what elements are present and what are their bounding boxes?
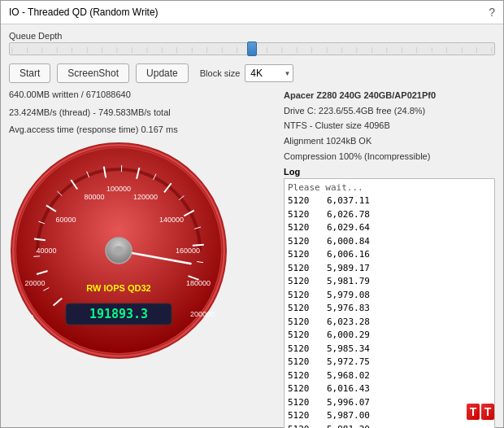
svg-line-32 bbox=[193, 244, 204, 245]
stats-access-time: Avg.access time (response time) 0.167 ms bbox=[9, 123, 277, 138]
log-row: 51206,026.78 bbox=[288, 208, 491, 222]
log-queue: 5120 bbox=[288, 208, 320, 222]
svg-text:160000: 160000 bbox=[176, 247, 200, 255]
start-button[interactable]: Start bbox=[9, 63, 50, 83]
controls-row: Start ScreenShot Update Block size 4K 51… bbox=[9, 63, 495, 83]
log-row: 51205,985.34 bbox=[288, 343, 491, 356]
log-iops: 5,996.07 bbox=[327, 396, 370, 410]
log-iops: 5,968.02 bbox=[327, 369, 370, 383]
device-compression: Compression 100% (Incompressible) bbox=[284, 149, 495, 164]
log-queue: 5120 bbox=[288, 329, 320, 343]
log-queue: 5120 bbox=[288, 396, 320, 410]
log-row: 51206,023.28 bbox=[288, 316, 491, 330]
log-queue: 5120 bbox=[288, 275, 320, 289]
svg-point-38 bbox=[114, 246, 124, 255]
log-queue: 5120 bbox=[288, 248, 320, 262]
block-size-select[interactable]: 4K 512B 1K 2K 8K 16K 32K 64K bbox=[245, 64, 293, 82]
svg-text:20000: 20000 bbox=[24, 279, 45, 287]
log-iops: 5,981.79 bbox=[327, 275, 370, 289]
log-row: 51205,996.07 bbox=[288, 396, 491, 410]
log-queue: 5120 bbox=[288, 409, 320, 423]
svg-text:100000: 100000 bbox=[106, 185, 131, 193]
queue-depth-section: Queue Depth ||||||||||||||||||||||||||||… bbox=[9, 31, 495, 55]
window-title: IO - Threaded QD (Random Write) bbox=[9, 7, 159, 18]
left-panel: 640.00MB written / 671088640 23.424MB/s … bbox=[9, 88, 277, 428]
queue-depth-thumb[interactable] bbox=[247, 41, 257, 56]
log-queue: 5120 bbox=[288, 235, 320, 249]
log-label: Log bbox=[284, 167, 495, 177]
svg-line-17 bbox=[33, 256, 40, 257]
log-iops: 5,985.34 bbox=[327, 343, 370, 356]
tt-letter-1: T bbox=[467, 404, 480, 420]
log-queue: 5120 bbox=[288, 194, 320, 208]
log-row: 51205,987.00 bbox=[288, 409, 491, 423]
svg-text:140000: 140000 bbox=[159, 216, 184, 224]
log-iops: 5,979.08 bbox=[327, 289, 370, 303]
svg-text:191893.3: 191893.3 bbox=[89, 307, 148, 321]
log-entries: 51206,037.1151206,026.7851206,029.645120… bbox=[288, 194, 491, 428]
log-queue: 5120 bbox=[288, 316, 320, 330]
log-queue: 5120 bbox=[288, 369, 320, 383]
log-queue: 5120 bbox=[288, 302, 320, 316]
log-iops: 5,976.83 bbox=[327, 302, 370, 316]
log-queue: 5120 bbox=[288, 382, 320, 396]
log-row: 51206,037.11 bbox=[288, 194, 491, 208]
log-row: 51206,029.64 bbox=[288, 221, 491, 235]
device-fs: NTFS - Cluster size 4096B bbox=[284, 118, 495, 133]
log-row: 51205,981.20 bbox=[288, 423, 491, 428]
svg-text:40000: 40000 bbox=[36, 247, 56, 255]
help-button[interactable]: ? bbox=[489, 6, 495, 19]
log-iops: 5,987.00 bbox=[327, 409, 370, 423]
log-iops: 6,037.11 bbox=[327, 194, 370, 208]
gauge-svg: 0 20000 40000 60000 80000 100000 120000 bbox=[9, 141, 228, 360]
log-row: 51206,000.29 bbox=[288, 329, 491, 343]
log-row: 51205,968.02 bbox=[288, 369, 491, 383]
stats-speed: 23.424MB/s (thread) - 749.583MB/s total bbox=[9, 106, 277, 120]
log-row: 51205,976.83 bbox=[288, 302, 491, 316]
content-area: Queue Depth ||||||||||||||||||||||||||||… bbox=[1, 24, 503, 428]
log-box[interactable]: Please wait... 51206,037.1151206,026.785… bbox=[284, 178, 495, 428]
title-bar-left: IO - Threaded QD (Random Write) bbox=[9, 7, 159, 18]
queue-depth-slider-track[interactable]: ||||||||||||||||||||||||||||||||| bbox=[9, 42, 495, 55]
gauge-container: 0 20000 40000 60000 80000 100000 120000 bbox=[9, 141, 228, 360]
title-bar: IO - Threaded QD (Random Write) ? bbox=[1, 1, 503, 24]
queue-depth-label: Queue Depth bbox=[9, 31, 495, 41]
svg-text:200000: 200000 bbox=[190, 310, 215, 318]
device-name: Apacer Z280 240G 240GB/AP021Pf0 bbox=[284, 88, 495, 103]
tt-letter-2: T bbox=[481, 404, 494, 420]
svg-text:80000: 80000 bbox=[84, 193, 104, 201]
log-iops: 5,972.75 bbox=[327, 356, 370, 369]
svg-text:60000: 60000 bbox=[55, 216, 76, 224]
log-row: 51205,972.75 bbox=[288, 356, 491, 369]
log-section: Log Please wait... 51206,037.1151206,026… bbox=[284, 167, 495, 428]
log-queue: 5120 bbox=[288, 423, 320, 428]
update-button[interactable]: Update bbox=[136, 63, 189, 83]
log-queue: 5120 bbox=[288, 262, 320, 276]
log-iops: 6,023.28 bbox=[327, 316, 370, 330]
log-iops: 6,000.84 bbox=[327, 235, 370, 249]
log-row: 51205,979.08 bbox=[288, 289, 491, 303]
log-row: 51206,000.84 bbox=[288, 235, 491, 249]
log-queue: 5120 bbox=[288, 343, 320, 356]
block-size-group: Block size 4K 512B 1K 2K 8K 16K 32K 64K bbox=[200, 64, 294, 82]
log-iops: 5,981.20 bbox=[327, 423, 370, 428]
device-alignment: Alignment 1024kB OK bbox=[284, 133, 495, 149]
stats-written: 640.00MB written / 671088640 bbox=[9, 88, 277, 103]
device-drive: Drive C: 223.6/55.4GB free (24.8%) bbox=[284, 103, 495, 119]
svg-text:120000: 120000 bbox=[133, 193, 158, 201]
log-row: 51205,981.79 bbox=[288, 275, 491, 289]
block-size-select-wrapper: 4K 512B 1K 2K 8K 16K 32K 64K bbox=[245, 64, 293, 82]
log-row: 51205,989.17 bbox=[288, 262, 491, 276]
log-row: 51206,006.16 bbox=[288, 248, 491, 262]
log-iops: 6,006.16 bbox=[327, 248, 370, 262]
svg-text:0: 0 bbox=[29, 313, 33, 321]
log-queue: 5120 bbox=[288, 289, 320, 303]
screenshot-button[interactable]: ScreenShot bbox=[57, 63, 129, 83]
tt-logo: T T bbox=[467, 404, 494, 420]
log-iops: 6,029.64 bbox=[327, 221, 370, 235]
log-iops: 5,989.17 bbox=[327, 262, 370, 276]
device-info: Apacer Z280 240G 240GB/AP021Pf0 Drive C:… bbox=[284, 88, 495, 164]
right-panel: Apacer Z280 240G 240GB/AP021Pf0 Drive C:… bbox=[284, 88, 495, 428]
main-window: IO - Threaded QD (Random Write) ? Queue … bbox=[0, 0, 504, 428]
tt-logo-area: T T bbox=[467, 404, 494, 420]
